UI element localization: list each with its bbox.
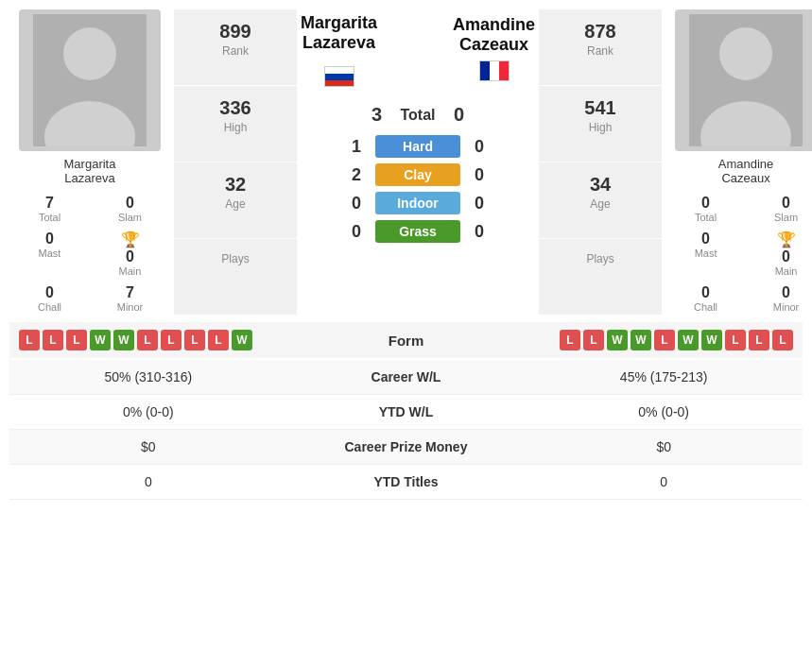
player-names-row: MargaritaLazareva AmandineCazeaux	[301, 9, 535, 94]
player2-card: AmandineCazeaux 0 Total 0 Slam 0 Mast 🏆 …	[665, 9, 812, 315]
player1-high-box: 336 High	[174, 86, 297, 162]
player1-title: MargaritaLazareva	[301, 13, 377, 87]
player2-form-badges: LLWWLWWLLL	[463, 330, 794, 350]
stats-row: 0% (0-0) YTD W/L 0% (0-0)	[9, 395, 803, 430]
player2-chall-label: Chall	[694, 301, 717, 313]
total-label: Total	[401, 107, 436, 124]
player2-stats: 0 Total 0 Slam 0 Mast 🏆 0 Main 0	[665, 193, 812, 315]
player2-mid-stats: 878 Rank 541 High 34 Age Plays	[539, 9, 662, 315]
clay-row: 2 Clay 0	[301, 163, 535, 186]
player1-total-cell: 7 Total	[9, 193, 90, 225]
player2-high-box: 541 High	[539, 86, 662, 162]
stat-left-val: 0% (0-0)	[9, 395, 287, 430]
stat-center-label: Career W/L	[287, 360, 526, 395]
player1-form-badge: L	[208, 330, 229, 350]
player1-total-label: Total	[39, 212, 60, 223]
player1-main-label: Main	[119, 265, 142, 277]
player1-main-value: 0	[126, 248, 134, 265]
player1-mid-stats: 899 Rank 336 High 32 Age Plays	[174, 9, 297, 315]
player1-form-badge: W	[113, 330, 134, 350]
stat-left-val: 50% (310-316)	[9, 360, 287, 395]
hard-left: 1	[347, 137, 366, 157]
player2-trophy-icon: 🏆	[777, 231, 796, 248]
player1-mast-value: 0	[45, 231, 54, 248]
player2-main-value: 0	[782, 248, 790, 265]
player1-form-badges: LLLWWLLLLW	[19, 330, 350, 350]
player2-slam-value: 0	[782, 195, 790, 212]
clay-badge: Clay	[375, 163, 460, 186]
player1-form-badge: L	[137, 330, 158, 350]
player2-slam-cell: 0 Slam	[746, 193, 812, 225]
player2-plays-label: Plays	[544, 252, 656, 265]
player1-form-badge: L	[43, 330, 63, 350]
player1-trophy-icon: 🏆	[121, 231, 140, 248]
player2-rank-box: 878 Rank	[539, 9, 662, 85]
stat-left-val: $0	[9, 430, 287, 465]
player1-high-value: 336	[180, 97, 291, 119]
player1-minor-label: Minor	[117, 301, 144, 313]
player2-form-badge: L	[654, 330, 675, 350]
player1-total-value: 7	[45, 195, 54, 212]
player2-high-label: High	[544, 121, 656, 134]
player1-plays-box: Plays	[174, 239, 297, 315]
player2-mast-cell: 0 Mast	[665, 229, 746, 279]
clay-left: 2	[347, 165, 366, 185]
player1-name: MargaritaLazareva	[64, 157, 116, 185]
player1-high-label: High	[180, 121, 291, 134]
stat-center-label: Career Prize Money	[287, 430, 526, 465]
player2-minor-cell: 0 Minor	[746, 282, 812, 315]
grass-badge: Grass	[375, 220, 460, 243]
player1-rank-box: 899 Rank	[174, 9, 297, 85]
form-label: Form	[350, 333, 463, 349]
player2-mast-value: 0	[701, 231, 710, 248]
stats-row: 50% (310-316) Career W/L 45% (175-213)	[9, 360, 803, 395]
player1-avatar	[19, 9, 161, 151]
total-row: 3 Total 0	[301, 98, 535, 129]
stats-table: 50% (310-316) Career W/L 45% (175-213) 0…	[9, 360, 803, 500]
player1-form-badge: L	[184, 330, 205, 350]
player1-age-value: 32	[180, 174, 291, 196]
svg-point-4	[719, 27, 772, 80]
clay-right: 0	[470, 165, 489, 185]
player1-flag	[324, 66, 354, 87]
svg-point-1	[63, 27, 116, 80]
player2-form-badge: L	[772, 330, 793, 350]
player1-slam-cell: 0 Slam	[90, 193, 170, 225]
player1-form-badge: L	[161, 330, 181, 350]
player2-total-cell: 0 Total	[665, 193, 746, 225]
total-right: 0	[445, 104, 474, 126]
player2-slam-label: Slam	[774, 212, 798, 223]
indoor-left: 0	[347, 194, 366, 213]
player2-form-badge: L	[749, 330, 769, 350]
grass-left: 0	[347, 222, 366, 242]
stat-right-val: $0	[525, 430, 803, 465]
stat-left-val: 0	[9, 465, 287, 500]
player2-minor-value: 0	[782, 284, 790, 301]
player2-title: AmandineCazeaux	[453, 15, 535, 85]
player2-form-badge: W	[607, 330, 628, 350]
stats-row: $0 Career Prize Money $0	[9, 430, 803, 465]
form-section: LLLWWLLLLW Form LLWWLWWLLL	[9, 322, 803, 358]
player1-chall-cell: 0 Chall	[9, 282, 90, 315]
player2-flag	[479, 60, 510, 81]
player1-plays-label: Plays	[180, 252, 291, 265]
player2-total-label: Total	[695, 212, 717, 223]
indoor-row: 0 Indoor 0	[301, 192, 535, 214]
hard-right: 0	[470, 137, 489, 157]
player1-rank-value: 899	[180, 21, 291, 43]
player1-main-cell: 🏆 0 Main	[90, 229, 170, 279]
stats-row: 0 YTD Titles 0	[9, 465, 803, 500]
player2-age-value: 34	[544, 174, 656, 196]
player1-form-badge: L	[66, 330, 87, 350]
player2-mast-label: Mast	[695, 248, 717, 259]
top-section: MargaritaLazareva 7 Total 0 Slam 0 Mast …	[9, 9, 803, 315]
hard-badge: Hard	[375, 135, 460, 158]
stat-right-val: 0% (0-0)	[525, 395, 803, 430]
player1-rank-label: Rank	[180, 44, 291, 58]
total-left: 3	[363, 104, 391, 126]
player2-chall-cell: 0 Chall	[665, 282, 746, 315]
player1-form-badge: W	[232, 330, 252, 350]
stat-center-label: YTD W/L	[287, 395, 526, 430]
player2-age-box: 34 Age	[539, 162, 662, 238]
player1-form-badge: W	[90, 330, 111, 350]
